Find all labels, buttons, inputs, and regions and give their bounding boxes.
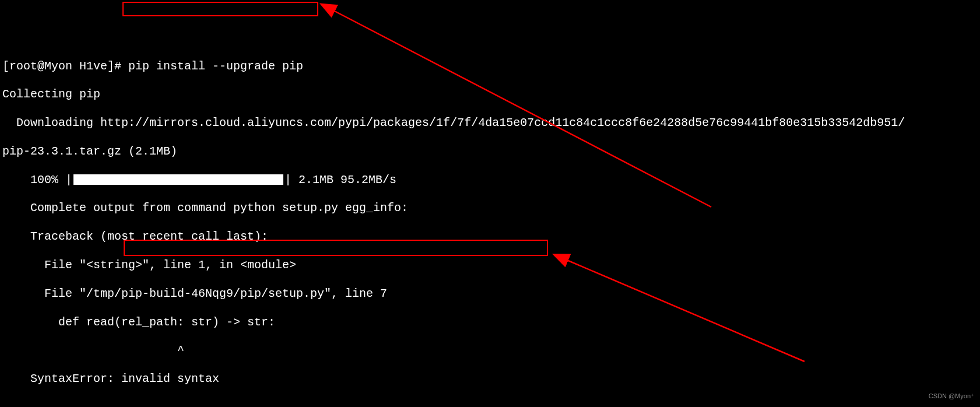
output-line: SyntaxError: invalid syntax [2, 372, 980, 386]
progress-percent: 100% | [2, 173, 72, 187]
progress-bar-fill [73, 174, 283, 185]
output-line: Collecting pip [2, 87, 980, 101]
output-line: ^ [2, 343, 980, 357]
watermark-text: CSDN @Myon⁺ [929, 392, 974, 400]
output-line: Traceback (most recent call last): [2, 230, 980, 244]
output-line: File "/tmp/pip-build-46Nqg9/pip/setup.py… [2, 287, 980, 301]
output-line: File "<string>", line 1, in <module> [2, 258, 980, 272]
progress-speed: | 2.1MB 95.2MB/s [284, 173, 396, 187]
annotation-highlight-box [122, 2, 318, 16]
output-line [2, 401, 980, 407]
output-line: pip-23.3.1.tar.gz (2.1MB) [2, 145, 980, 159]
terminal-line: [root@Myon H1ve]# pip install --upgrade … [2, 59, 980, 73]
progress-line: 100% || 2.1MB 95.2MB/s [2, 173, 980, 187]
output-line: Downloading http://mirrors.cloud.aliyunc… [2, 116, 980, 130]
shell-prompt: [root@Myon H1ve]# [2, 59, 128, 73]
command-text[interactable]: pip install --upgrade pip [128, 59, 303, 73]
output-line: Complete output from command python setu… [2, 201, 980, 215]
output-line: def read(rel_path: str) -> str: [2, 315, 980, 329]
